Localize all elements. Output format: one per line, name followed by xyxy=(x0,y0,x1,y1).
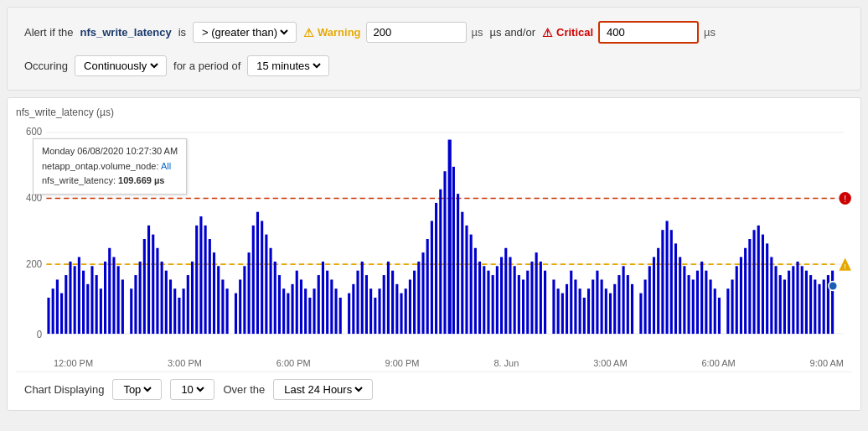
x-label-300am: 3:00 AM xyxy=(593,358,627,368)
time-range-select[interactable]: Last 24 Hours xyxy=(281,382,365,397)
svg-rect-83 xyxy=(378,288,380,334)
count-select[interactable]: 10 xyxy=(178,382,207,397)
top-select[interactable]: Top xyxy=(120,382,154,397)
svg-rect-98 xyxy=(443,171,446,334)
frequency-select[interactable]: Continuously xyxy=(75,55,167,76)
svg-rect-63 xyxy=(287,293,289,334)
svg-rect-152 xyxy=(688,275,690,334)
svg-rect-88 xyxy=(400,293,402,334)
svg-rect-158 xyxy=(714,288,716,334)
svg-rect-159 xyxy=(718,298,721,334)
svg-rect-52 xyxy=(239,279,241,334)
svg-rect-34 xyxy=(156,248,158,334)
svg-rect-124 xyxy=(561,293,564,334)
svg-rect-62 xyxy=(282,288,285,334)
svg-rect-39 xyxy=(178,298,180,334)
svg-rect-175 xyxy=(792,266,794,334)
warning-value-input[interactable] xyxy=(366,22,467,43)
critical-label-group: ⚠ Critical xyxy=(542,26,593,39)
svg-rect-123 xyxy=(557,288,560,334)
svg-rect-151 xyxy=(683,266,685,334)
svg-rect-107 xyxy=(483,266,485,334)
svg-rect-102 xyxy=(461,212,463,334)
svg-rect-73 xyxy=(330,279,333,334)
svg-rect-136 xyxy=(613,284,616,334)
svg-rect-133 xyxy=(601,279,603,334)
svg-rect-100 xyxy=(452,167,455,334)
frequency-dropdown[interactable]: Continuously xyxy=(80,59,161,73)
chart-title: nfs_write_latency (µs) xyxy=(16,106,852,118)
svg-rect-116 xyxy=(522,279,524,334)
alert-prefix: Alert if the xyxy=(24,26,74,39)
svg-rect-111 xyxy=(500,257,503,335)
svg-rect-64 xyxy=(292,284,294,334)
condition-select[interactable]: > (greater than) xyxy=(193,22,297,43)
x-label-1200pm: 12:00 PM xyxy=(54,358,93,368)
svg-rect-114 xyxy=(514,266,516,334)
svg-rect-125 xyxy=(566,284,568,334)
svg-rect-169 xyxy=(766,243,768,334)
svg-rect-182 xyxy=(823,279,825,334)
svg-rect-157 xyxy=(710,279,712,334)
svg-rect-174 xyxy=(788,271,790,334)
x-label-600am: 6:00 AM xyxy=(701,358,735,368)
x-label-900pm: 9:00 PM xyxy=(385,358,420,368)
svg-rect-28 xyxy=(130,288,132,334)
period-select[interactable]: 15 minutes xyxy=(247,55,329,76)
svg-text:200: 200 xyxy=(26,258,43,269)
svg-rect-140 xyxy=(631,284,633,334)
and-or-label: µs and/or xyxy=(490,26,535,39)
svg-rect-96 xyxy=(435,203,437,334)
svg-rect-22 xyxy=(100,288,102,334)
critical-group: ⚠ Critical µs xyxy=(542,21,716,44)
svg-rect-109 xyxy=(492,275,494,334)
svg-rect-74 xyxy=(334,288,337,334)
svg-rect-162 xyxy=(736,266,738,334)
svg-rect-166 xyxy=(752,230,755,334)
svg-rect-94 xyxy=(426,239,429,334)
svg-rect-104 xyxy=(470,235,473,334)
svg-rect-181 xyxy=(818,284,820,334)
svg-rect-33 xyxy=(152,235,154,334)
period-dropdown[interactable]: 15 minutes xyxy=(253,59,323,73)
svg-rect-119 xyxy=(535,252,538,334)
svg-rect-26 xyxy=(117,266,120,334)
svg-rect-173 xyxy=(783,279,786,334)
svg-rect-180 xyxy=(814,279,816,334)
count-dropdown[interactable]: 10 xyxy=(170,379,214,400)
svg-rect-43 xyxy=(195,226,198,334)
svg-rect-155 xyxy=(700,262,703,334)
svg-rect-32 xyxy=(147,226,150,334)
svg-rect-10 xyxy=(47,298,49,334)
top-dropdown[interactable]: Top xyxy=(112,379,162,400)
svg-rect-71 xyxy=(322,262,324,334)
occurring-row: Occuring Continuously for a period of 15… xyxy=(24,55,844,76)
metric-name: nfs_write_latency xyxy=(80,26,172,39)
svg-rect-16 xyxy=(74,266,76,334)
svg-rect-78 xyxy=(356,271,359,334)
svg-rect-17 xyxy=(78,257,80,335)
svg-rect-23 xyxy=(104,262,106,334)
condition-dropdown[interactable]: > (greater than) xyxy=(199,25,291,39)
svg-rect-30 xyxy=(139,262,142,334)
critical-value-input[interactable] xyxy=(598,21,699,44)
svg-rect-53 xyxy=(243,266,245,334)
svg-rect-57 xyxy=(261,221,263,334)
chart-bottom-bar: Chart Displaying Top 10 Over the Last 24… xyxy=(16,371,852,403)
svg-rect-168 xyxy=(762,235,764,334)
over-the-label: Over the xyxy=(223,383,265,396)
x-label-300pm: 3:00 PM xyxy=(168,358,202,368)
svg-rect-145 xyxy=(657,248,659,334)
svg-rect-131 xyxy=(592,279,594,334)
svg-rect-20 xyxy=(90,266,93,334)
svg-rect-178 xyxy=(805,271,808,334)
time-range-dropdown[interactable]: Last 24 Hours xyxy=(273,379,373,400)
svg-rect-108 xyxy=(487,271,489,334)
svg-rect-72 xyxy=(326,271,328,334)
svg-rect-25 xyxy=(112,257,115,335)
alert-config-section: Alert if the nfs_write_latency is > (gre… xyxy=(7,7,861,91)
svg-rect-171 xyxy=(774,266,777,334)
svg-rect-161 xyxy=(731,279,733,334)
svg-rect-47 xyxy=(213,252,215,334)
svg-rect-150 xyxy=(679,257,681,335)
